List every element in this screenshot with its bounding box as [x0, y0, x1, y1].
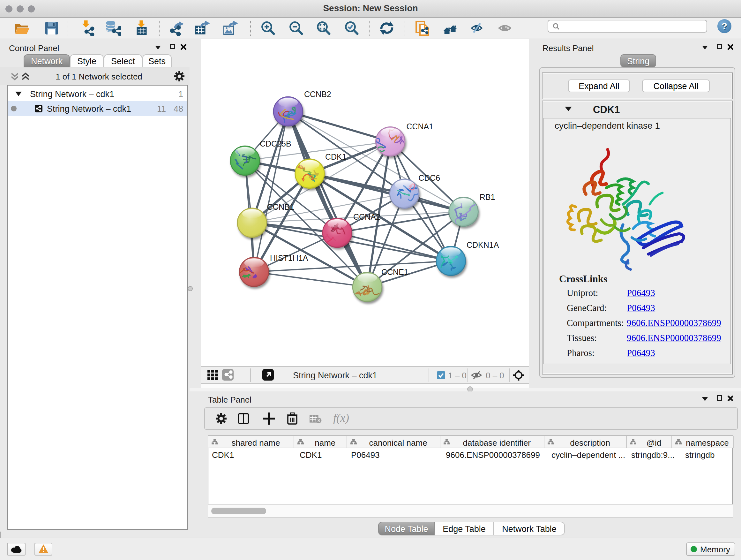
svg-text:CCNB2: CCNB2: [304, 90, 331, 99]
svg-text:CCNB1: CCNB1: [267, 202, 294, 211]
svg-text:HIST1H1A: HIST1H1A: [270, 253, 308, 262]
svg-text:CCNA2: CCNA2: [353, 212, 381, 221]
svg-text:CDC25B: CDC25B: [260, 139, 291, 148]
svg-text:CCNE1: CCNE1: [381, 267, 408, 276]
svg-text:RB1: RB1: [480, 192, 495, 201]
svg-text:CDKN1A: CDKN1A: [467, 240, 499, 249]
svg-text:CDK1: CDK1: [325, 152, 347, 161]
svg-text:CCNA1: CCNA1: [406, 122, 433, 131]
svg-text:CDC6: CDC6: [418, 173, 440, 182]
